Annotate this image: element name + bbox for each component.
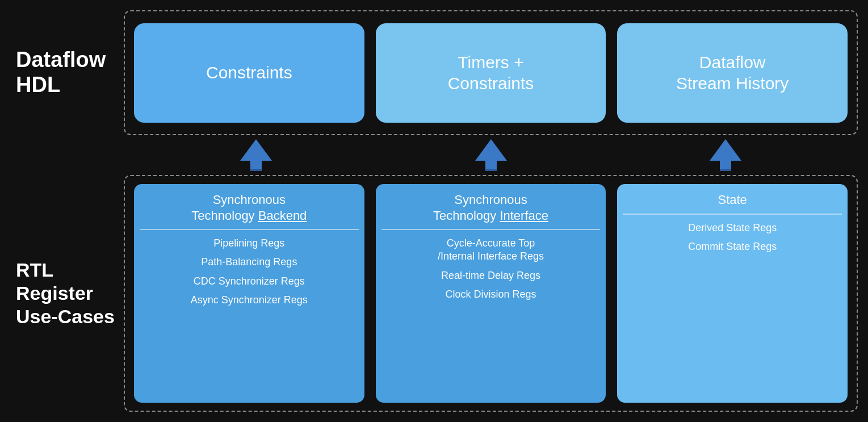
- tech-backend-box: SynchronousTechnology Backend Pipelining…: [134, 184, 364, 403]
- bottom-boxes-area: SynchronousTechnology Backend Pipelining…: [124, 175, 858, 412]
- timers-label: Timers +Constraints: [442, 46, 540, 100]
- constraints-box: Constraints: [134, 23, 364, 123]
- top-boxes-area: Constraints Timers +Constraints Dataflow…: [124, 10, 858, 135]
- state-item-2: Commit State Regs: [688, 240, 777, 253]
- arrow-shaft-1: [250, 161, 262, 171]
- state-box: State Derived State Regs Commit State Re…: [617, 184, 848, 403]
- arrow-shaft-2: [485, 161, 497, 171]
- bottom-row: RTL Register Use-Cases SynchronousTechno…: [10, 175, 858, 412]
- rtl-label: RTL Register Use-Cases: [16, 258, 115, 328]
- arrow-triangle-2: [475, 139, 507, 161]
- tech-interface-title: SynchronousTechnology Interface: [381, 192, 601, 230]
- backend-item-4: Async Synchronizer Regs: [191, 294, 308, 307]
- arrow-area: [124, 139, 858, 171]
- arrow-up-3: [710, 139, 741, 171]
- dataflow-hdl-label: Dataflow HDL: [16, 48, 106, 97]
- arrow-triangle-1: [240, 139, 272, 161]
- state-items: Derived State Regs Commit State Regs: [623, 222, 842, 254]
- tech-backend-title: SynchronousTechnology Backend: [140, 192, 359, 230]
- top-left-label: Dataflow HDL: [10, 10, 124, 135]
- backend-item-1: Pipelining Regs: [213, 237, 284, 250]
- stream-history-label: DataflowStream History: [670, 46, 794, 100]
- dataflow-label-line2: HDL: [16, 73, 60, 97]
- interface-item-2: Real-time Delay Regs: [441, 269, 540, 282]
- tech-interface-box: SynchronousTechnology Interface Cycle-Ac…: [376, 184, 606, 403]
- rtl-line2: Register: [16, 282, 93, 304]
- arrow-cell-2: [374, 139, 609, 171]
- rtl-line3: Use-Cases: [16, 306, 115, 327]
- state-item-1: Derived State Regs: [688, 222, 777, 235]
- backend-item-2: Path-Balancing Regs: [201, 256, 297, 269]
- top-row: Dataflow HDL Constraints Timers +Constra…: [10, 10, 858, 135]
- tech-interface-items: Cycle-Accurate Top/Internal Interface Re…: [381, 237, 601, 302]
- bottom-left-label: RTL Register Use-Cases: [10, 175, 124, 412]
- arrow-triangle-3: [710, 139, 741, 161]
- tech-backend-items: Pipelining Regs Path-Balancing Regs CDC …: [140, 237, 359, 307]
- arrow-row: [10, 135, 858, 175]
- rtl-line1: RTL: [16, 259, 53, 281]
- arrow-up-2: [475, 139, 507, 171]
- arrow-shaft-3: [720, 161, 731, 171]
- constraints-label: Constraints: [200, 56, 298, 89]
- backend-item-3: CDC Synchronizer Regs: [194, 275, 305, 288]
- interface-item-3: Clock Division Regs: [445, 288, 536, 301]
- state-title: State: [623, 192, 842, 215]
- arrow-cell-3: [608, 139, 843, 171]
- interface-item-1: Cycle-Accurate Top/Internal Interface Re…: [438, 237, 544, 264]
- dataflow-label-line1: Dataflow: [16, 48, 106, 72]
- stream-history-box: DataflowStream History: [617, 23, 848, 123]
- arrow-up-1: [240, 139, 272, 171]
- main-container: Dataflow HDL Constraints Timers +Constra…: [0, 0, 868, 422]
- arrow-cell-1: [139, 139, 374, 171]
- timers-box: Timers +Constraints: [376, 23, 606, 123]
